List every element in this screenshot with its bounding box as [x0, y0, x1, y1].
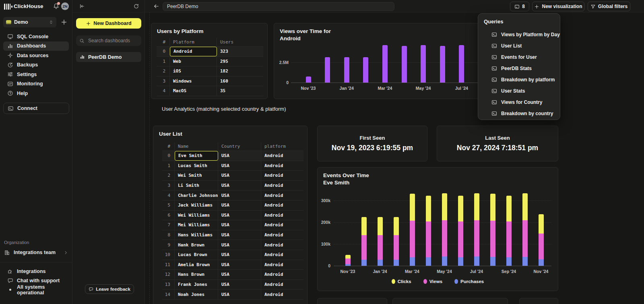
- queries-list: Views by Platform by DayUser ListEvents …: [478, 29, 560, 119]
- terminal-icon: [491, 54, 497, 60]
- segment-clicks: [442, 193, 447, 220]
- sidebar-divider: [0, 262, 72, 263]
- column-header-: #: [157, 38, 170, 46]
- sidebar-item-integrations[interactable]: Integrations: [3, 267, 69, 276]
- table-cell: 2: [162, 171, 175, 180]
- table-cell: Android: [261, 230, 303, 240]
- organization-team-selector[interactable]: Integrations team: [3, 248, 69, 257]
- partial-card: [317, 298, 387, 304]
- segment-clicks: [506, 196, 512, 221]
- stacked-bar-jul-24: [474, 193, 479, 266]
- table-row[interactable]: 5Jack WilliamsUSAAndroid: [162, 201, 303, 211]
- sidebar-item-settings[interactable]: Settings: [3, 70, 69, 79]
- service-selector[interactable]: Demo: [3, 17, 56, 27]
- sidebar-item-monitoring[interactable]: Monitoring: [3, 79, 69, 89]
- sidebar-item-label: Dashboards: [17, 43, 46, 49]
- table-row[interactable]: 1Lucas SmithUSAAndroid: [162, 161, 303, 171]
- table-row[interactable]: 2iOS182: [157, 66, 263, 77]
- new-visualization-button[interactable]: New visualization: [532, 2, 584, 11]
- query-item-breakdown-by-platform[interactable]: Breakdown by platform: [478, 74, 560, 85]
- sidebar-item-sql-console[interactable]: SQL Console: [3, 32, 69, 41]
- y-tick-0: 0: [318, 263, 330, 268]
- users-by-platform-table: #PlatformUsers0Android3231Web2952iOS1823…: [157, 38, 263, 96]
- table-cell: Android: [261, 260, 303, 270]
- visualization-count-button[interactable]: 8: [510, 2, 529, 11]
- query-item-events-for-user[interactable]: Events for User: [478, 52, 560, 63]
- sidebar-item-all-systems-operational[interactable]: All systems operational: [3, 285, 69, 294]
- table-row[interactable]: 9Hank BrownUSAAndroid: [162, 240, 303, 250]
- collapse-panel-icon[interactable]: [79, 3, 85, 9]
- table-row[interactable]: 1Web295: [157, 57, 263, 67]
- table-row[interactable]: 0Eve SmithUSAAndroid: [162, 151, 303, 161]
- sidebar-item-backups[interactable]: Backups: [3, 60, 69, 70]
- back-button[interactable]: [153, 3, 159, 9]
- sidebar: ClickHouse ZN Demo SQL ConsoleDashboards…: [0, 0, 72, 304]
- user-list-title: User List: [159, 130, 182, 138]
- table-row[interactable]: 11Amelia BrownUSAAndroid: [162, 260, 303, 270]
- notifications-bell-icon[interactable]: [53, 3, 60, 10]
- query-item-breakdown-by-country[interactable]: Breakdown by country: [478, 108, 560, 119]
- add-service-button[interactable]: [60, 19, 68, 26]
- query-item-user-stats[interactable]: User Stats: [478, 85, 560, 97]
- sidebar-item-help[interactable]: Help: [3, 89, 69, 98]
- leave-feedback-button[interactable]: Leave feedback: [85, 284, 134, 294]
- user-avatar[interactable]: ZN: [61, 2, 69, 10]
- query-item-views-for-country[interactable]: Views for Country: [478, 97, 560, 108]
- terminal-icon: [491, 111, 497, 116]
- sidebar-item-label: Monitoring: [17, 81, 43, 87]
- refresh-icon[interactable]: [133, 3, 139, 9]
- legend-item-views[interactable]: Views: [423, 279, 442, 284]
- column-header-name: Name: [175, 142, 218, 151]
- table-row[interactable]: 14Noah JonesUSAAndroid: [162, 290, 303, 300]
- table-row[interactable]: 3Windows160: [157, 77, 263, 87]
- connect-button[interactable]: Connect: [3, 103, 69, 114]
- terminal-icon: [491, 88, 497, 94]
- stacked-bar-aug-24: [490, 194, 495, 266]
- segment-purchases: [345, 264, 351, 266]
- table-row[interactable]: 6Wei WilliamsUSAAndroid: [162, 211, 303, 221]
- dashboard-title-input[interactable]: [163, 2, 394, 11]
- segment-views: [490, 221, 495, 257]
- segment-clicks: [345, 255, 351, 259]
- table-cell: USA: [218, 230, 261, 240]
- table-row[interactable]: 7Mei WilliamsUSAAndroid: [162, 220, 303, 230]
- dashboard-list-item[interactable]: PeerDB Demo: [76, 52, 141, 62]
- column-header-users: Users: [217, 38, 263, 46]
- service-selector-value: Demo: [14, 19, 46, 25]
- table-row[interactable]: 4MacOS35: [157, 86, 263, 96]
- bar-feb-24: [363, 57, 368, 83]
- segment-clicks: [458, 196, 463, 221]
- y-tick-200k: 200k: [318, 220, 330, 225]
- table-row[interactable]: 12Hans BrownUSAAndroid: [162, 270, 303, 280]
- first-seen-value: Nov 19, 2023 6:19:55 pm: [318, 144, 427, 152]
- last-seen-card: Last Seen Nov 27, 2024 7:18:51 pm: [437, 126, 558, 161]
- x-axis-line: [334, 266, 551, 266]
- legend-item-clicks[interactable]: Clicks: [392, 279, 411, 284]
- table-row[interactable]: 8Hans WilliamsUSAAndroid: [162, 230, 303, 240]
- table-cell: 1: [157, 57, 170, 66]
- table-row[interactable]: 10Lucas BrownUSAAndroid: [162, 250, 303, 260]
- query-item-peerdb-stats[interactable]: PeerDB Stats: [478, 63, 560, 74]
- new-dashboard-button[interactable]: New Dashboard: [76, 18, 141, 29]
- legend-item-purchases[interactable]: Purchases: [454, 279, 484, 284]
- table-row[interactable]: 2Wei SmithUSAAndroid: [162, 171, 303, 181]
- x-tick-nov-23: Nov '23: [295, 86, 321, 91]
- global-filters-button[interactable]: Global filters: [588, 2, 630, 11]
- table-header-row: #PlatformUsers: [157, 38, 263, 47]
- table-row[interactable]: 3Li SmithUSAAndroid: [162, 181, 303, 191]
- x-tick-jul-24: Jul '24: [449, 86, 475, 91]
- sidebar-item-chat-with-support[interactable]: Chat with support: [3, 276, 69, 285]
- table-row[interactable]: 4Charlie JohnsonUSAAndroid: [162, 190, 303, 201]
- table-row[interactable]: 13Frank JonesUSAAndroid: [162, 280, 303, 290]
- sidebar-item-dashboards[interactable]: Dashboards: [3, 41, 69, 51]
- table-cell: USA: [218, 151, 261, 161]
- sidebar-item-data-sources[interactable]: Data sources: [3, 51, 69, 60]
- table-row[interactable]: 0Android323: [157, 47, 263, 57]
- search-dashboards-input[interactable]: [87, 37, 138, 44]
- legend-swatch: [392, 279, 395, 284]
- query-item-views-by-platform-by-day[interactable]: Views by Platform by Day: [478, 29, 560, 40]
- table-cell: 35: [217, 86, 263, 96]
- chat-icon: [89, 287, 93, 292]
- segment-views: [394, 235, 399, 259]
- query-item-user-list[interactable]: User List: [478, 40, 560, 52]
